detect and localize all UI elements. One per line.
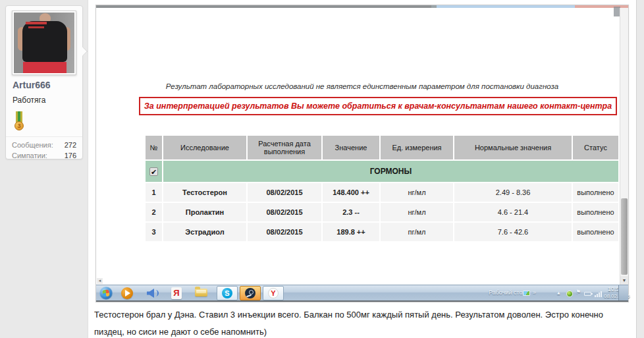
post-message-text: Тестостерон брал у Дэна. Ставил 3 инъекц… [94, 306, 629, 338]
user-stats: Сообщения: 272 Симпатии: 176 [6, 136, 82, 161]
tray-green-icon[interactable] [566, 291, 573, 297]
stat-likes: Симпатии: 176 [12, 150, 76, 161]
username-link[interactable]: Artur666 [13, 80, 51, 90]
stat-messages: Сообщения: 272 [12, 140, 76, 150]
yandex-icon[interactable]: Я [171, 287, 182, 299]
col-unit: Ед. измерения [381, 136, 453, 159]
toolbar-chevron[interactable]: » [533, 289, 536, 296]
attached-screenshot[interactable]: Результат лабораторных исследований не я… [95, 5, 629, 302]
yandex-browser-taskbar-button[interactable]: Y [263, 286, 284, 300]
steam-taskbar-button[interactable] [240, 286, 261, 300]
col-range: Нормальные значения [454, 136, 572, 159]
col-status: Статус [573, 136, 618, 159]
avatar-image [14, 13, 74, 73]
col-study: Исследование [163, 136, 246, 159]
table-row: 3 Эстрадиол 08/02/2015 189.8 ++ пг/мл 7.… [146, 223, 618, 241]
table-row: 2 Пролактин 08/02/2015 2.3 -- нг/мл 4.6 … [146, 203, 618, 221]
lab-results-table: № Исследование Расчетная дата выполнения… [144, 134, 620, 242]
section-row: ✔ ГОРМОНЫ [146, 161, 618, 182]
windows-flag-icon [102, 289, 109, 296]
windows-taskbar: Я S Y Рабочий стол » ▴ ⚑ 10:58 [96, 285, 628, 300]
user-title: Работяга [13, 96, 45, 105]
skype-taskbar-button[interactable]: S [217, 286, 238, 300]
card-pointer [78, 47, 88, 56]
col-date: Расчетная дата выполнения [248, 136, 321, 159]
forum-page: Artur666 Работяга 3 Сообщения: 272 Симпа… [0, 0, 644, 338]
volume-icon[interactable] [146, 287, 158, 299]
checkbox-checked-icon[interactable]: ✔ [149, 167, 158, 176]
action-center-flag-icon[interactable]: ⚑ [576, 289, 581, 295]
scrollbar-thumb[interactable] [621, 198, 628, 275]
col-value: Значение [323, 136, 379, 159]
yandex-browser-icon: Y [268, 288, 279, 298]
desktop-toolbar-icon [523, 291, 530, 296]
explorer-folder-icon[interactable] [195, 289, 207, 296]
media-player-icon[interactable] [121, 287, 133, 299]
scrollbar-down-arrow[interactable]: ▼ [620, 276, 628, 285]
screenshot-bottom-edge [96, 300, 628, 302]
show-hidden-icons-button[interactable]: ▴ [557, 289, 560, 296]
start-button[interactable] [99, 287, 113, 300]
section-checkbox-cell: ✔ [146, 161, 162, 182]
col-num: № [146, 136, 162, 159]
scrollbar-left-arrow[interactable]: ◄ [97, 278, 103, 284]
section-title: ГОРМОНЫ [163, 161, 618, 182]
vertical-scrollbar[interactable]: ▼ [620, 8, 628, 285]
desktop-toolbar-label[interactable]: Рабочий стол [489, 289, 526, 296]
table-row: 1 Тестостерон 08/02/2015 148.400 ++ нг/м… [146, 183, 618, 202]
user-info-card: Artur666 Работяга 3 Сообщения: 272 Симпа… [5, 5, 83, 159]
network-signal-icon[interactable] [595, 291, 603, 297]
skype-icon: S [222, 288, 232, 298]
steam-icon [245, 288, 255, 298]
browser-top-edge [96, 5, 628, 8]
medal-number: 3 [14, 121, 24, 130]
lab-warning-box: За интерпретацией результатов Вы можете … [139, 97, 617, 115]
medal-icon: 3 [14, 111, 24, 134]
table-header-row: № Исследование Расчетная дата выполнения… [146, 136, 618, 159]
battery-icon[interactable] [584, 292, 591, 296]
user-avatar[interactable] [12, 11, 76, 75]
lab-warning-text: За интерпретацией результатов Вы можете … [144, 101, 612, 111]
lab-disclaimer-text: Результат лабораторных исследований не я… [96, 82, 628, 90]
show-desktop-button[interactable] [618, 285, 628, 301]
